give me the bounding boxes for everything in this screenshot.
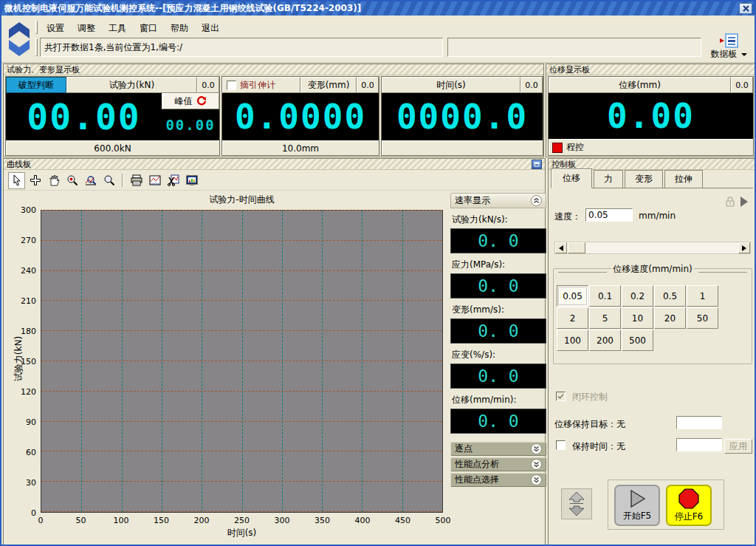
scroll-left-button[interactable] [555,242,567,253]
rate-label: 应变(%/s): [452,349,546,361]
break-detect-button[interactable]: 破型判断 [6,77,66,93]
force-header-button[interactable]: 试验力(kN) [66,77,197,93]
speed-preset-button[interactable]: 1 [687,285,718,307]
collapse-up-icon[interactable] [531,195,542,206]
databoard-button[interactable]: 数据板 [703,33,755,63]
left-arrow-icon [559,245,563,251]
deform-value-display: 0.0000 [222,93,379,140]
expand-down-icon[interactable] [531,459,542,470]
peak-value-display: 00.00 [162,109,219,140]
displacement-rate-value: 0.0 [731,77,753,93]
speed-preset-group: 位移速度(mm/min) 0.05 0.1 0.2 0.5 1 2 5 10 2… [553,268,752,364]
x-tick-label: 150 [154,516,169,525]
section-pointwise[interactable]: 逐点 [450,442,546,456]
time-header-button[interactable]: 时间(s) [382,77,520,93]
close-icon [743,5,749,12]
section-performance-analysis[interactable]: 性能点分析 [450,457,546,471]
speed-preset-button[interactable]: 100 [557,330,588,351]
close-button[interactable] [739,3,752,14]
force-display-panel: 试验力、变形显示板 破型判断 试验力(kN) 0.0 00.00 峰值 [3,64,544,157]
speed-preset-button[interactable]: 20 [654,307,686,329]
displacement-header-button[interactable]: 位移(mm) [549,77,731,93]
tab-tension[interactable]: 拉伸 [664,170,703,188]
scroll-right-button[interactable] [738,242,750,253]
menu-item-tools[interactable]: 工具 [102,20,133,37]
rate-section-header[interactable]: 速率显示 [450,193,546,208]
speed-preset-button[interactable]: 5 [589,307,621,329]
speed-label: 速度： [554,211,581,223]
speed-preset-button[interactable]: 0.5 [654,285,686,307]
section-performance-select[interactable]: 性能点选择 [450,473,546,487]
print-curve-button[interactable] [128,172,145,189]
v-gridline [122,211,123,512]
zoom-out-tool[interactable] [100,172,117,189]
export-image-button[interactable] [183,172,200,189]
h-gridline [41,330,442,331]
select-cursor-tool[interactable] [8,172,25,189]
speed-preset-button[interactable]: 0.05 [557,285,588,307]
printer-icon [131,174,142,186]
speed-input[interactable] [585,208,633,222]
speed-preset-grid: 0.05 0.1 0.2 0.5 1 2 5 10 20 50 100 200 … [557,285,750,352]
displacement-display-unit: 位移(mm) 0.0 0.00 程控 [548,76,754,156]
copy-curve-button[interactable] [165,172,182,189]
menu-item-adjust[interactable]: 调整 [71,20,102,37]
extensometer-toggle[interactable]: 摘引伸计 [222,77,300,93]
zoom-in-icon [66,174,78,186]
plot-area[interactable] [41,210,443,513]
speed-preset-button[interactable]: 0.1 [589,285,621,307]
rate-value-display: 0. 0 [450,409,546,434]
x-tick-label: 100 [114,516,129,525]
run-arrow-icon[interactable] [739,196,749,210]
chart-area[interactable]: 试验力-时间曲线 试验力(kN) 03060901201501802102402… [5,191,448,545]
speed-preset-button[interactable]: 200 [589,330,621,351]
hold-time-checkbox[interactable] [556,440,566,450]
tab-force[interactable]: 力 [594,170,623,188]
closed-loop-checkbox[interactable] [556,392,566,401]
tab-deformation[interactable]: 变形 [625,170,663,188]
zoom-in-tool[interactable] [63,172,80,189]
hold-time-label: 保持时间：无 [572,440,625,453]
lock-icon[interactable] [724,196,736,210]
stop-button-label: 停止F6 [675,511,704,523]
application-window: 微机控制电液伺服万能试验机测控系统--[预应力混凝土用钢绞线试验(GB/T522… [0,0,756,546]
curve-settings-button[interactable] [146,172,163,189]
apply-button[interactable]: 应用 [724,439,752,454]
expand-down-icon[interactable] [531,474,542,485]
pan-tool[interactable] [27,172,44,189]
section-label: 性能点分析 [455,458,499,471]
menu-item-window[interactable]: 窗口 [133,20,164,37]
toolbar-zone: 设置 调整 工具 窗口 帮助 退出 共打开数据1条,当前位置为1,编号:/ [1,16,755,64]
menu-item-settings[interactable]: 设置 [40,20,71,37]
deform-header-button[interactable]: 变形(mm) [300,77,357,93]
expand-down-icon[interactable] [531,443,542,454]
speed-preset-button[interactable]: 500 [622,330,653,351]
menu-item-exit[interactable]: 退出 [195,20,226,37]
zoom-region-tool[interactable] [82,172,99,189]
stop-octagon-icon [678,488,699,509]
x-tick-label: 250 [234,516,250,525]
jog-up-down-button[interactable] [561,488,592,519]
speed-preset-button[interactable]: 50 [687,307,718,329]
x-tick-label: 350 [315,516,330,525]
hold-time-input[interactable] [676,438,722,451]
curve-panel-title: 曲线板 [7,159,31,170]
extensometer-checkbox[interactable] [227,81,236,90]
rate-label: 位移(mm/min): [452,394,546,406]
hold-target-input[interactable] [676,416,722,429]
stop-button[interactable]: 停止F6 [666,485,712,526]
speed-preset-button[interactable]: 10 [622,307,653,329]
speed-scrollbar[interactable] [554,242,751,254]
menu-item-help[interactable]: 帮助 [164,20,195,37]
speed-preset-button[interactable]: 2 [557,307,588,329]
v-gridline [402,211,403,512]
speed-preset-button[interactable]: 0.2 [622,285,653,307]
tab-displacement[interactable]: 位移 [551,168,592,188]
undock-panel-button[interactable] [532,160,542,169]
closed-loop-label: 闭环控制 [572,391,608,403]
right-arrow-icon [742,245,746,251]
scrollbar-thumb[interactable] [568,242,585,253]
peak-reset-button[interactable]: 峰值 [162,93,219,109]
hand-tool[interactable] [45,172,62,189]
start-button[interactable]: 开始F5 [614,485,660,526]
